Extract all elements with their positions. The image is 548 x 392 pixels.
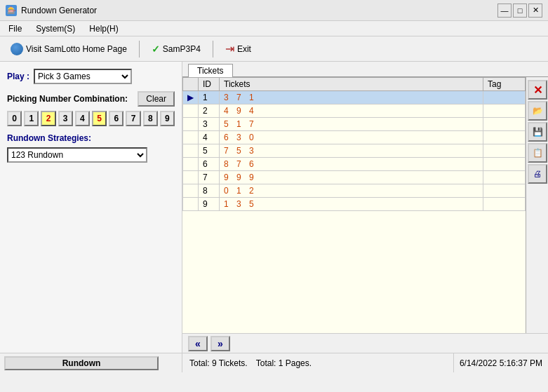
row-id: 6 <box>199 158 220 171</box>
row-tickets: 4 9 4 <box>220 104 483 118</box>
tickets-tab[interactable]: Tickets <box>188 64 233 77</box>
table-row[interactable]: 35 1 7 <box>183 118 526 131</box>
table-row[interactable]: 24 9 4 <box>183 104 526 118</box>
row-id: 5 <box>199 144 220 158</box>
row-tickets: 7 5 3 <box>220 144 483 158</box>
status-center: Total: 9 Tickets. Total: 1 Pages. <box>182 353 453 372</box>
tickets-table-container[interactable]: ID Tickets Tag ▶13 7 124 9 435 1 746 3 0… <box>182 77 526 333</box>
col-header-tickets: Tickets <box>220 78 483 91</box>
menu-file[interactable]: File <box>3 22 27 35</box>
num-btn-0[interactable]: 0 <box>7 111 22 126</box>
check-icon: ✓ <box>152 43 160 55</box>
tickets-tab-bar: Tickets <box>182 62 548 77</box>
col-header-id: ID <box>199 78 220 91</box>
num-btn-2[interactable]: 2 <box>41 111 55 126</box>
number-buttons: 0 1 2 3 4 5 6 7 8 9 <box>7 111 175 126</box>
picking-section: Picking Number Combination: Clear 0 1 2 … <box>7 91 175 126</box>
status-left: Rundown <box>0 353 182 372</box>
visit-home-label: Visit SamLotto Home Page <box>26 44 127 54</box>
row-id: 9 <box>199 198 220 211</box>
samp3p4-button[interactable]: ✓ SamP3P4 <box>145 41 207 58</box>
row-tag <box>483 91 526 104</box>
picking-label: Picking Number Combination: <box>7 94 128 104</box>
play-row: Play : Pick 3 Games <box>7 69 175 84</box>
print-button[interactable]: 🖨 <box>528 164 547 184</box>
row-tickets: 9 9 9 <box>220 171 483 184</box>
row-tickets: 0 1 2 <box>220 184 483 198</box>
table-row[interactable]: 57 5 3 <box>183 144 526 158</box>
num-btn-8[interactable]: 8 <box>143 111 158 126</box>
status-bar: Rundown Total: 9 Tickets. Total: 1 Pages… <box>0 353 548 372</box>
table-row[interactable]: 80 1 2 <box>183 184 526 198</box>
strategies-label: Rundown Strategies: <box>7 133 175 143</box>
row-tickets: 8 7 6 <box>220 158 483 171</box>
copy-button[interactable]: 📋 <box>528 143 547 163</box>
menu-bar: File System(S) Help(H) <box>0 21 548 36</box>
delete-button[interactable]: ✕ <box>528 80 547 100</box>
row-tag <box>483 118 526 131</box>
tickets-table: ID Tickets Tag ▶13 7 124 9 435 1 746 3 0… <box>182 77 526 211</box>
menu-system[interactable]: System(S) <box>30 22 81 35</box>
toolbar-separator2 <box>213 41 213 58</box>
num-btn-9[interactable]: 9 <box>160 111 175 126</box>
row-id: 8 <box>199 184 220 198</box>
maximize-button[interactable]: □ <box>513 4 527 18</box>
row-arrow <box>183 184 199 198</box>
close-button[interactable]: ✕ <box>528 4 542 18</box>
rundown-button[interactable]: Rundown <box>4 356 159 370</box>
table-row[interactable]: 79 9 9 <box>183 171 526 184</box>
bottom-navigation: « » <box>182 333 548 353</box>
num-btn-7[interactable]: 7 <box>126 111 140 126</box>
side-buttons: ✕ 📂 💾 📋 🖨 <box>526 77 548 333</box>
menu-help[interactable]: Help(H) <box>83 22 123 35</box>
num-btn-3[interactable]: 3 <box>58 111 73 126</box>
visit-home-button[interactable]: Visit SamLotto Home Page <box>4 40 133 58</box>
table-row[interactable]: 91 3 5 <box>183 198 526 211</box>
next-page-button[interactable]: » <box>210 336 230 351</box>
row-tag <box>483 171 526 184</box>
exit-button[interactable]: ⇥ Exit <box>219 39 258 58</box>
num-btn-5[interactable]: 5 <box>92 111 107 126</box>
row-id: 2 <box>199 104 220 118</box>
strategies-section: Rundown Strategies: 123 Rundown <box>7 133 175 163</box>
num-btn-1[interactable]: 1 <box>24 111 39 126</box>
row-tag <box>483 158 526 171</box>
row-tickets: 3 7 1 <box>220 91 483 104</box>
row-tickets: 1 3 5 <box>220 198 483 211</box>
save-button[interactable]: 💾 <box>528 122 547 142</box>
row-arrow <box>183 171 199 184</box>
title-bar: 🎰 Rundown Generator — □ ✕ <box>0 0 548 21</box>
strategies-select[interactable]: 123 Rundown <box>7 147 147 163</box>
play-label: Play : <box>7 72 29 81</box>
num-btn-4[interactable]: 4 <box>75 111 90 126</box>
row-id: 1 <box>199 91 220 104</box>
play-select[interactable]: Pick 3 Games <box>34 69 132 84</box>
window-title: Rundown Generator <box>21 6 97 15</box>
row-id: 3 <box>199 118 220 131</box>
clear-button[interactable]: Clear <box>138 91 175 107</box>
table-row[interactable]: 68 7 6 <box>183 158 526 171</box>
row-arrow <box>183 104 199 118</box>
left-panel: Play : Pick 3 Games Picking Number Combi… <box>0 62 182 353</box>
table-row[interactable]: ▶13 7 1 <box>183 91 526 104</box>
num-btn-6[interactable]: 6 <box>109 111 123 126</box>
pages-count: Total: 1 Pages. <box>256 358 312 368</box>
row-tag <box>483 184 526 198</box>
row-arrow <box>183 131 199 144</box>
col-header-arrow <box>183 78 199 91</box>
toolbar-separator <box>139 41 140 58</box>
table-row[interactable]: 46 3 0 <box>183 131 526 144</box>
right-panel: Tickets ID Tickets Tag ▶13 7 124 9 435 1… <box>182 62 548 353</box>
row-id: 7 <box>199 171 220 184</box>
toolbar: Visit SamLotto Home Page ✓ SamP3P4 ⇥ Exi… <box>0 36 548 62</box>
globe-icon <box>11 43 23 55</box>
row-tag <box>483 198 526 211</box>
col-header-tag: Tag <box>483 78 526 91</box>
open-button[interactable]: 📂 <box>528 101 547 121</box>
row-id: 4 <box>199 131 220 144</box>
minimize-button[interactable]: — <box>497 4 512 18</box>
prev-page-button[interactable]: « <box>188 336 208 351</box>
row-tickets: 5 1 7 <box>220 118 483 131</box>
picking-header: Picking Number Combination: Clear <box>7 91 175 107</box>
app-icon: 🎰 <box>6 5 17 16</box>
